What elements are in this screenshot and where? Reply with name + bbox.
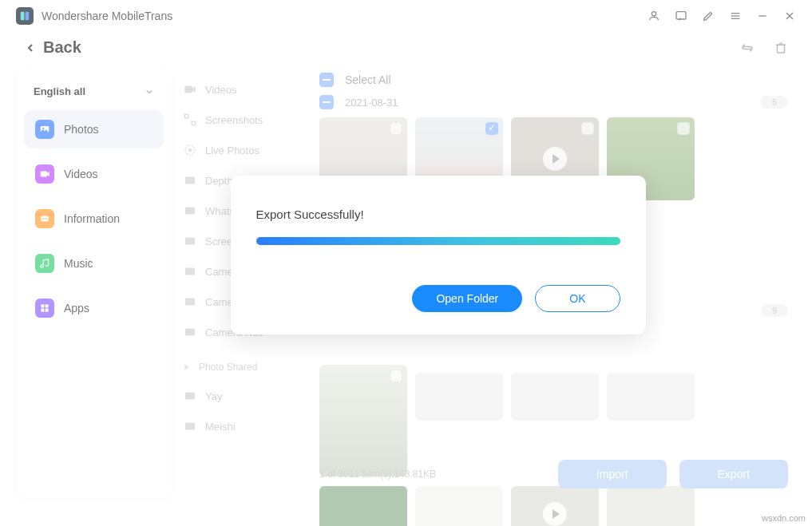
open-folder-button[interactable]: Open Folder (412, 285, 522, 312)
ok-button[interactable]: OK (535, 285, 620, 312)
progress-bar (256, 237, 620, 245)
watermark: wsxdn.com (762, 513, 806, 523)
export-success-modal: Export Successfully! Open Folder OK (231, 176, 646, 334)
modal-overlay: Export Successfully! Open Folder OK (0, 0, 812, 526)
modal-title: Export Successfully! (256, 208, 620, 221)
